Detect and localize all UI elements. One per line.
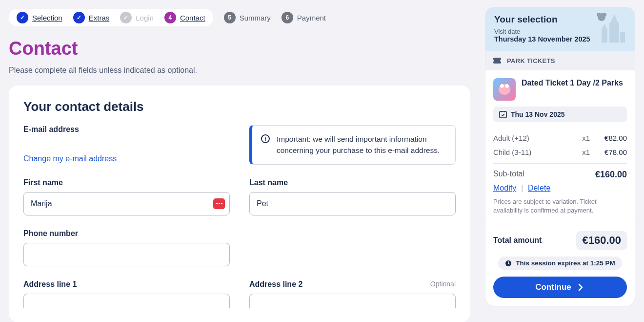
castle-icon bbox=[596, 10, 630, 44]
price-label: Child (3-11) bbox=[493, 148, 531, 156]
phone-input[interactable] bbox=[23, 243, 230, 266]
svg-rect-2 bbox=[602, 30, 607, 43]
svg-rect-4 bbox=[620, 32, 625, 43]
product-thumbnail bbox=[493, 78, 516, 101]
step-selection[interactable]: Selection bbox=[17, 12, 62, 23]
check-icon bbox=[73, 12, 85, 23]
price-amount: €78.00 bbox=[604, 148, 627, 156]
phone-label: Phone number bbox=[23, 229, 230, 238]
product-date-chip: Thu 13 Nov 2025 bbox=[493, 107, 627, 122]
password-manager-icon[interactable] bbox=[213, 198, 225, 209]
basket-summary: Your selection Visit date Thursday 13 No… bbox=[485, 7, 635, 306]
last-name-input[interactable] bbox=[249, 192, 456, 215]
check-icon bbox=[17, 12, 28, 23]
price-qty: x1 bbox=[582, 134, 590, 142]
calendar-icon bbox=[499, 110, 507, 118]
step-number: 5 bbox=[224, 12, 236, 23]
email-label: E-mail address bbox=[23, 125, 230, 134]
step-contact[interactable]: 4 Contact bbox=[164, 12, 205, 23]
total-label: Total amount bbox=[493, 236, 542, 245]
address2-label-text: Address line 2 bbox=[249, 280, 302, 288]
svg-point-7 bbox=[603, 13, 606, 17]
modify-link[interactable]: Modify bbox=[493, 184, 516, 193]
price-label: Adult (+12) bbox=[493, 134, 529, 142]
basket-section-header: PARK TICKETS bbox=[485, 51, 635, 70]
svg-point-6 bbox=[597, 13, 601, 17]
page-title: Contact bbox=[9, 38, 470, 59]
svg-marker-3 bbox=[602, 24, 607, 30]
step-label: Payment bbox=[297, 14, 326, 22]
step-label: Login bbox=[136, 14, 154, 22]
price-line: Adult (+12) x1 €82.00 bbox=[493, 131, 627, 145]
first-name-label: First name bbox=[23, 178, 230, 187]
step-label: Selection bbox=[32, 14, 62, 22]
session-expiry: This session expires at 1:25 PM bbox=[498, 257, 622, 270]
product-name: Dated Ticket 1 Day /2 Parks bbox=[522, 78, 623, 101]
last-name-label: Last name bbox=[249, 178, 456, 187]
page-subtitle: Please complete all fields unless indica… bbox=[9, 66, 470, 75]
product-date-text: Thu 13 Nov 2025 bbox=[511, 110, 565, 118]
optional-tag: Optional bbox=[430, 280, 456, 288]
chevron-right-icon bbox=[576, 283, 585, 292]
basket-section-label: PARK TICKETS bbox=[507, 57, 555, 64]
address2-label: Address line 2 Optional bbox=[249, 280, 456, 289]
subtotal-label: Sub-total bbox=[493, 170, 524, 180]
address1-label: Address line 1 bbox=[23, 280, 230, 289]
address1-input[interactable] bbox=[23, 294, 230, 308]
email-info-text: Important: we will send important inform… bbox=[277, 133, 446, 156]
info-icon: i bbox=[261, 134, 270, 143]
step-extras[interactable]: Extras bbox=[73, 12, 110, 23]
first-name-input[interactable] bbox=[23, 192, 230, 215]
price-qty: x1 bbox=[582, 148, 590, 156]
subtotal-line: Sub-total €160.00 bbox=[493, 163, 627, 184]
price-amount: €82.00 bbox=[604, 134, 627, 142]
checkout-steps: Selection Extras Login 4 Contact 5 Summa… bbox=[9, 7, 470, 28]
address2-input[interactable] bbox=[249, 294, 456, 308]
step-label: Contact bbox=[180, 14, 205, 22]
step-number: 4 bbox=[164, 12, 176, 23]
basket-header: Your selection Visit date Thursday 13 No… bbox=[485, 7, 635, 51]
total-row: Total amount €160.00 bbox=[493, 231, 627, 250]
contact-heading: Your contact details bbox=[23, 99, 456, 114]
email-info-box: i Important: we will send important info… bbox=[249, 125, 456, 165]
continue-label: Continue bbox=[535, 282, 571, 292]
svg-rect-8 bbox=[500, 111, 506, 118]
step-number: 6 bbox=[282, 12, 293, 23]
change-email-link[interactable]: Change my e-mail address bbox=[23, 154, 117, 163]
delete-link[interactable]: Delete bbox=[528, 184, 550, 193]
step-summary: 5 Summary bbox=[224, 12, 271, 23]
continue-button[interactable]: Continue bbox=[493, 277, 627, 298]
contact-details-card: Your contact details E-mail address Chan… bbox=[9, 86, 470, 322]
subtotal-value: €160.00 bbox=[595, 170, 627, 180]
step-payment: 6 Payment bbox=[282, 12, 326, 23]
ticket-icon bbox=[493, 57, 502, 64]
session-text: This session expires at 1:25 PM bbox=[516, 259, 615, 267]
step-label: Extras bbox=[89, 14, 110, 22]
check-icon bbox=[120, 12, 132, 23]
price-disclaimer: Prices are subject to variation. Ticket … bbox=[493, 197, 627, 215]
svg-marker-1 bbox=[610, 14, 618, 23]
step-login: Login bbox=[120, 12, 154, 23]
step-label: Summary bbox=[240, 14, 271, 22]
clock-icon bbox=[505, 260, 512, 267]
svg-rect-0 bbox=[609, 23, 619, 43]
price-line: Child (3-11) x1 €78.00 bbox=[493, 145, 627, 159]
total-value: €160.00 bbox=[576, 231, 627, 250]
